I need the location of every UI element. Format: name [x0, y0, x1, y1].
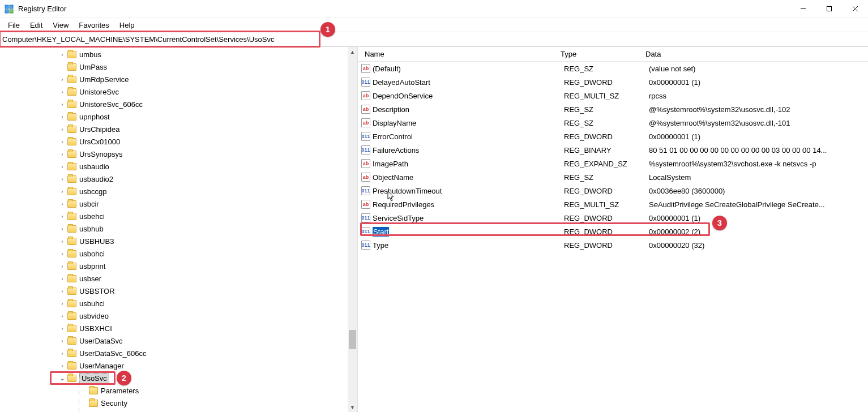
maximize-button[interactable]	[816, 0, 842, 18]
tree-item[interactable]: ⌄UsoSvc	[0, 372, 357, 384]
tree-item[interactable]: ›usbccgp	[0, 185, 357, 198]
chevron-right-icon[interactable]: ›	[58, 201, 67, 207]
value-row[interactable]: 011TypeREG_DWORD0x00000020 (32)	[358, 238, 868, 252]
chevron-right-icon[interactable]: ›	[58, 101, 67, 108]
value-name: (Default)	[373, 65, 401, 73]
tree-item[interactable]: ›usbser	[0, 272, 357, 285]
value-row[interactable]: 011ServiceSidTypeREG_DWORD0x00000001 (1)	[358, 211, 868, 225]
scroll-up-icon[interactable]: ▲	[348, 47, 357, 57]
tree-item[interactable]: Security	[0, 397, 357, 409]
chevron-right-icon[interactable]: ›	[58, 350, 67, 357]
binary-value-icon: 011	[361, 213, 370, 222]
value-row[interactable]: 011DelayedAutoStartREG_DWORD0x00000001 (…	[358, 75, 868, 89]
col-header-type[interactable]: Type	[557, 50, 642, 58]
value-row[interactable]: 011FailureActionsREG_BINARY80 51 01 00 0…	[358, 143, 868, 157]
chevron-right-icon[interactable]: ›	[58, 313, 67, 319]
tree-item[interactable]: ›usbprint	[0, 260, 357, 272]
value-row[interactable]: ab(Default)REG_SZ(value not set)	[358, 62, 868, 75]
menu-favorites[interactable]: Favorites	[74, 20, 113, 31]
chevron-right-icon[interactable]: ›	[58, 226, 67, 232]
chevron-right-icon[interactable]: ›	[58, 89, 67, 95]
tree-item[interactable]: ›UrsSynopsys	[0, 148, 357, 160]
menu-edit[interactable]: Edit	[25, 20, 47, 31]
tree-item[interactable]: ›UrsChipidea	[0, 123, 357, 135]
tree-item[interactable]: ›usbuhci	[0, 297, 357, 310]
value-row[interactable]: 011ErrorControlREG_DWORD0x00000001 (1)	[358, 130, 868, 143]
menu-view[interactable]: View	[48, 20, 73, 31]
tree-item[interactable]: ›UrsCx01000	[0, 135, 357, 148]
tree-item[interactable]: ›USBHUB3	[0, 235, 357, 247]
chevron-right-icon[interactable]: ›	[58, 276, 67, 282]
chevron-right-icon[interactable]: ›	[58, 52, 67, 58]
folder-icon	[67, 300, 76, 307]
chevron-right-icon[interactable]: ›	[58, 176, 67, 182]
tree-item-label: usbhub	[79, 225, 104, 233]
tree-item[interactable]: ›USBSTOR	[0, 285, 357, 297]
minimize-button[interactable]	[790, 0, 816, 18]
tree-item[interactable]: ›usbaudio2	[0, 173, 357, 185]
binary-value-icon: 011	[361, 145, 370, 154]
chevron-right-icon[interactable]: ›	[58, 363, 67, 369]
scroll-thumb[interactable]	[349, 330, 356, 349]
svg-rect-3	[10, 10, 13, 13]
chevron-right-icon[interactable]: ›	[58, 164, 67, 170]
value-name: RequiredPrivileges	[373, 200, 434, 209]
close-button[interactable]	[842, 0, 868, 18]
chevron-right-icon[interactable]: ›	[58, 76, 67, 83]
value-row[interactable]: abDependOnServiceREG_MULTI_SZrpcss	[358, 89, 868, 102]
chevron-right-icon[interactable]: ›	[58, 213, 67, 220]
scroll-down-icon[interactable]: ▼	[348, 402, 357, 412]
titlebar: Registry Editor	[0, 0, 868, 18]
tree-item[interactable]: ›usbehci	[0, 210, 357, 222]
chevron-right-icon[interactable]: ›	[58, 338, 67, 344]
tree-item[interactable]: ›usbaudio	[0, 160, 357, 173]
tree-item[interactable]: ›UserManager	[0, 359, 357, 372]
value-row[interactable]: abDisplayNameREG_SZ@%systemroot%\system3…	[358, 116, 868, 130]
chevron-right-icon[interactable]: ›	[58, 251, 67, 257]
chevron-right-icon[interactable]: ›	[58, 288, 67, 294]
value-row[interactable]: 011PreshutdownTimeoutREG_DWORD0x0036ee80…	[358, 184, 868, 198]
tree-item[interactable]: Parameters	[0, 384, 357, 397]
tree-item[interactable]: ›USBXHCI	[0, 322, 357, 334]
tree-pane[interactable]: ›umbusUmPass›UmRdpService›UnistoreSvc›Un…	[0, 47, 358, 412]
menu-help[interactable]: Help	[115, 20, 139, 31]
tree-item[interactable]: ›usbohci	[0, 247, 357, 260]
value-row[interactable]: abRequiredPrivilegesREG_MULTI_SZSeAuditP…	[358, 198, 868, 211]
value-row[interactable]: abObjectNameREG_SZLocalSystem	[358, 170, 868, 184]
chevron-right-icon[interactable]: ›	[58, 301, 67, 307]
tree-item[interactable]: ›umbus	[0, 48, 357, 61]
tree-item[interactable]: ›usbcir	[0, 198, 357, 210]
value-row[interactable]: abImagePathREG_EXPAND_SZ%systemroot%\sys…	[358, 157, 868, 170]
tree-item[interactable]: ›usbhub	[0, 222, 357, 235]
menu-file[interactable]: File	[3, 20, 24, 31]
chevron-right-icon[interactable]: ›	[58, 151, 67, 157]
chevron-right-icon[interactable]: ›	[58, 139, 67, 145]
folder-icon	[67, 350, 76, 357]
tree-item-label: umbus	[79, 50, 101, 59]
tree-item[interactable]: ›usbvideo	[0, 310, 357, 322]
chevron-right-icon[interactable]: ›	[58, 263, 67, 269]
tree-scrollbar[interactable]: ▲ ▼	[348, 47, 357, 412]
tree-item[interactable]: ›UnistoreSvc	[0, 85, 357, 98]
tree-item-label: Security	[101, 399, 127, 407]
tree-item[interactable]: ›UmRdpService	[0, 73, 357, 85]
address-bar[interactable]: Computer\HKEY_LOCAL_MACHINE\SYSTEM\Curre…	[0, 32, 868, 46]
tree-item[interactable]: ›UserDataSvc_606cc	[0, 347, 357, 359]
tree-item[interactable]: ›UserDataSvc	[0, 334, 357, 347]
chevron-down-icon[interactable]: ⌄	[58, 375, 67, 381]
tree-item[interactable]: ›upnphost	[0, 110, 357, 123]
col-header-data[interactable]: Data	[642, 50, 868, 58]
tree-item[interactable]: UmPass	[0, 61, 357, 73]
chevron-right-icon[interactable]: ›	[58, 126, 67, 132]
chevron-right-icon[interactable]: ›	[58, 238, 67, 244]
value-data: LocalSystem	[645, 173, 868, 182]
chevron-right-icon[interactable]: ›	[58, 188, 67, 195]
value-row[interactable]: abDescriptionREG_SZ@%systemroot%\system3…	[358, 102, 868, 116]
chevron-right-icon[interactable]: ›	[58, 325, 67, 332]
col-header-name[interactable]: Name	[361, 50, 557, 58]
chevron-right-icon[interactable]: ›	[58, 114, 67, 120]
values-pane[interactable]: Name Type Data ab(Default)REG_SZ(value n…	[358, 47, 868, 412]
value-row[interactable]: 011StartREG_DWORD0x00000002 (2)	[358, 225, 868, 238]
tree-item[interactable]: ›UnistoreSvc_606cc	[0, 98, 357, 110]
tree-item-label: usbuhci	[79, 299, 105, 308]
